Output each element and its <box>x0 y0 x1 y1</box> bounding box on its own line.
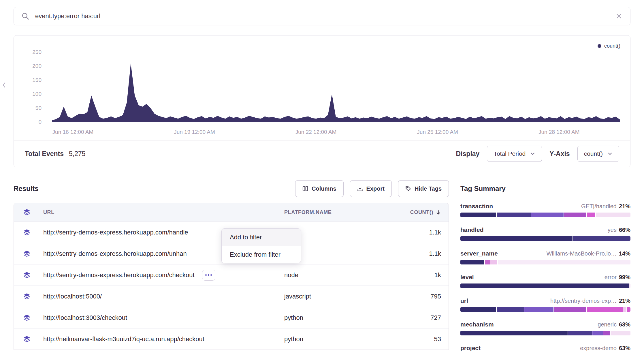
tag-bar-segment[interactable] <box>554 307 586 312</box>
tag-distribution-bar[interactable] <box>460 331 630 335</box>
layers-icon <box>14 335 40 343</box>
tag-bar-segment[interactable] <box>460 331 568 335</box>
columns-icon <box>302 186 308 191</box>
tag-bar-segment[interactable] <box>611 331 630 335</box>
total-events-label: Total Events <box>25 150 64 158</box>
url-cell[interactable]: http://localhost:5000/ <box>43 293 102 300</box>
yaxis-dropdown-value: count() <box>584 150 603 157</box>
events-area-chart[interactable] <box>52 52 620 122</box>
results-table: URL PLATFORM.NAME COUNT() http://sentry-… <box>14 203 449 350</box>
export-button[interactable]: Export <box>350 180 392 197</box>
tag-top-value: GET|/handled <box>581 203 617 209</box>
tag-name: handled <box>460 226 484 233</box>
chart-plot-area[interactable]: Jun 16 12:00 AMJun 19 12:00 AMJun 22 12:… <box>52 52 620 122</box>
tag-bar-segment[interactable] <box>564 213 586 217</box>
column-header-url[interactable]: URL <box>40 209 284 215</box>
tag-bar-segment[interactable] <box>524 307 553 312</box>
tag-top-value: express-demo <box>580 345 617 351</box>
layers-icon <box>14 293 40 300</box>
search-input[interactable] <box>35 12 610 20</box>
legend-label: count() <box>604 43 620 49</box>
button-label: Columns <box>312 185 336 192</box>
x-tick-label: Jun 25 12:00 AM <box>417 129 458 135</box>
tag-summary-item: levelerror99% <box>460 274 630 288</box>
tag-distribution-bar[interactable] <box>460 283 630 288</box>
tag-bar-segment[interactable] <box>627 307 630 312</box>
count-cell: 1.1k <box>397 229 449 236</box>
url-cell[interactable]: http://sentry-demos-express.herokuapp.co… <box>43 250 187 258</box>
tag-bar-segment[interactable] <box>460 260 484 264</box>
column-header-platform[interactable]: PLATFORM.NAME <box>284 209 397 215</box>
tag-distribution-bar[interactable] <box>460 260 630 264</box>
column-header-count[interactable]: COUNT() <box>397 209 449 215</box>
x-tick-label: Jun 19 12:00 AM <box>174 129 215 135</box>
tag-top-percent: 99% <box>619 274 630 280</box>
table-actions: ColumnsExportHide Tags <box>295 180 449 197</box>
display-dropdown[interactable]: Total Period <box>487 146 542 162</box>
tag-bar-segment[interactable] <box>596 213 630 217</box>
tag-bar-segment[interactable] <box>592 331 602 335</box>
hide-tags-button[interactable]: Hide Tags <box>398 180 449 197</box>
tag-bar-segment[interactable] <box>498 260 630 264</box>
tag-bar-segment[interactable] <box>573 236 630 241</box>
tag-distribution-bar[interactable] <box>460 236 630 241</box>
chart-area-path <box>52 63 620 122</box>
tag-bar-segment[interactable] <box>587 307 623 312</box>
tag-bar-segment[interactable] <box>460 236 573 241</box>
export-icon <box>357 186 363 191</box>
tag-top-percent: 63% <box>619 321 630 328</box>
tag-distribution-bar[interactable] <box>460 213 630 217</box>
tag-name: server_name <box>460 250 498 257</box>
sort-descending-icon <box>436 210 441 215</box>
url-cell[interactable]: http://localhost:3003/checkout <box>43 314 127 322</box>
tag-bar-segment[interactable] <box>603 331 610 335</box>
tag-bar-segment[interactable] <box>497 307 524 312</box>
url-cell[interactable]: http://sentry-demos-express.herokuapp.co… <box>43 271 195 279</box>
tag-summary-item: projectexpress-demo63% <box>460 345 630 353</box>
count-cell: 1k <box>397 271 449 279</box>
url-cell[interactable]: http://sentry-demos-express.herokuapp.co… <box>43 229 188 236</box>
layers-icon <box>14 314 40 322</box>
search-bar[interactable] <box>14 7 630 25</box>
total-events: Total Events 5,275 <box>25 150 86 158</box>
tag-distribution-bar[interactable] <box>460 307 630 312</box>
count-cell: 727 <box>397 314 449 322</box>
tag-bar-segment[interactable] <box>460 213 496 217</box>
tag-bar-segment[interactable] <box>497 213 531 217</box>
tag-bar-segment[interactable] <box>490 260 497 264</box>
row-actions-button[interactable] <box>202 270 215 281</box>
table-header: URL PLATFORM.NAME COUNT() <box>14 203 449 221</box>
menu-item-exclude-from-filter[interactable]: Exclude from filter <box>222 246 301 263</box>
chart-footer: Total Events 5,275 Display Total Period … <box>14 140 630 167</box>
y-tick-label: 50 <box>35 105 42 111</box>
legend-count[interactable]: count() <box>598 43 620 49</box>
tag-bar-segment[interactable] <box>460 307 496 312</box>
tag-bar-segment[interactable] <box>485 260 490 264</box>
tag-icon <box>405 186 411 191</box>
platform-cell: node <box>284 271 397 279</box>
layers-icon <box>14 209 40 216</box>
clear-search-icon[interactable] <box>615 12 623 20</box>
tag-bar-segment[interactable] <box>623 307 627 312</box>
tag-bar-segment[interactable] <box>587 213 596 217</box>
table-row: http://sentry-demos-express.herokuapp.co… <box>14 264 449 286</box>
sidebar-collapse-icon[interactable] <box>2 81 6 90</box>
y-tick-label: 150 <box>32 77 42 83</box>
platform-cell: python <box>284 335 397 343</box>
tag-name: url <box>460 297 468 304</box>
button-label: Export <box>366 185 385 192</box>
tag-bar-segment[interactable] <box>629 283 630 288</box>
platform-cell: javascript <box>284 293 397 300</box>
y-tick-label: 250 <box>32 49 42 55</box>
tag-bar-segment[interactable] <box>531 213 564 217</box>
tag-bar-segment[interactable] <box>568 331 592 335</box>
total-events-value: 5,275 <box>69 150 86 158</box>
columns-button[interactable]: Columns <box>295 180 344 197</box>
url-cell[interactable]: http://neilmanvar-flask-m3uuizd7iq-uc.a.… <box>43 335 204 343</box>
yaxis-dropdown[interactable]: count() <box>577 146 619 162</box>
tag-bar-segment[interactable] <box>460 283 629 288</box>
y-axis-labels: 250200150100500 <box>14 52 46 122</box>
table-row: http://neilmanvar-flask-m3uuizd7iq-uc.a.… <box>14 328 449 350</box>
menu-item-add-to-filter[interactable]: Add to filter <box>222 229 301 246</box>
platform-cell: python <box>284 314 397 322</box>
